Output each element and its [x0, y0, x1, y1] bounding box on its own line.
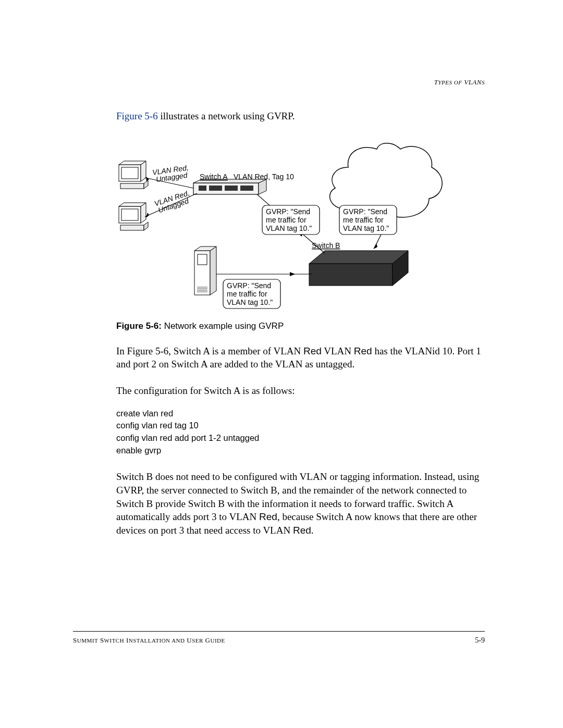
- header-types: TYPES OF: [434, 78, 464, 86]
- svg-rect-5: [309, 264, 393, 286]
- gvrp-box-left: GVRP: "Send me traffic for VLAN tag 10.": [262, 205, 320, 235]
- svg-marker-26: [119, 203, 146, 206]
- header-section: TYPES OF VLANS: [434, 78, 485, 87]
- svg-marker-23: [144, 180, 148, 189]
- footer-left: SUMMIT SWITCH INSTALLATION AND USER GUID…: [73, 636, 225, 645]
- arrowhead: [146, 213, 149, 218]
- svg-text:me traffic for: me traffic for: [266, 216, 307, 224]
- arrowhead: [290, 272, 295, 276]
- svg-rect-9: [209, 186, 222, 191]
- header-vlans: VLANS: [464, 78, 485, 86]
- paragraph-3: Switch B does not need to be configured …: [116, 470, 485, 537]
- svg-marker-29: [144, 222, 148, 230]
- vlan-red-untagged-1: VLAN Red, Untagged: [152, 163, 192, 183]
- figure-caption: Figure 5-6: Network example using GVRP: [116, 321, 450, 331]
- svg-text:VLAN tag 10.": VLAN tag 10.": [227, 298, 273, 306]
- svg-text:GVRP: "Send: GVRP: "Send: [266, 207, 310, 216]
- svg-rect-21: [121, 167, 138, 179]
- caption-rest: Network example using GVRP: [162, 321, 284, 331]
- server-icon: [194, 246, 216, 295]
- svg-rect-22: [120, 183, 144, 189]
- footer-page-number: 5-9: [475, 636, 485, 645]
- vlan-red-tag10-label: VLAN Red, Tag 10: [234, 172, 294, 181]
- intro-paragraph: Figure 5-6 illustrates a network using G…: [116, 109, 485, 123]
- svg-rect-28: [120, 225, 144, 230]
- vlan-red-untagged-2: VLAN Red, Untagged: [153, 188, 195, 214]
- network-diagram-svg: GVRP: "Send me traffic for VLAN tag 10."…: [116, 139, 450, 316]
- svg-marker-20: [119, 161, 146, 165]
- figure-link[interactable]: Figure 5-6: [116, 110, 158, 121]
- paragraph-2: The configuration for Switch A is as fol…: [116, 384, 485, 398]
- code-block: create vlan red config vlan red tag 10 c…: [116, 408, 485, 458]
- monitor-2-icon: [119, 203, 148, 230]
- svg-rect-8: [199, 186, 206, 191]
- caption-bold: Figure 5-6:: [116, 321, 162, 331]
- switch-a-label: Switch A: [200, 172, 228, 181]
- svg-rect-11: [240, 186, 253, 191]
- svg-marker-31: [210, 246, 216, 295]
- intro-rest: illustrates a network using GVRP.: [158, 110, 295, 121]
- gvrp-box-bottom: GVRP: "Send me traffic for VLAN tag 10.": [223, 279, 280, 309]
- switch-b: [309, 251, 408, 286]
- svg-rect-27: [121, 209, 138, 220]
- svg-text:GVRP: "Send: GVRP: "Send: [227, 281, 271, 290]
- paragraph-1: In Figure 5-6, Switch A is a member of V…: [116, 344, 485, 371]
- svg-text:VLAN tag 10.": VLAN tag 10.": [343, 224, 389, 232]
- svg-rect-10: [225, 186, 238, 191]
- svg-rect-33: [198, 254, 207, 265]
- footer-rule: [73, 631, 485, 632]
- switch-a: [193, 179, 266, 194]
- svg-text:GVRP: "Send: GVRP: "Send: [343, 207, 387, 216]
- svg-text:me traffic for: me traffic for: [343, 216, 384, 224]
- arrowhead: [373, 243, 377, 249]
- svg-text:VLAN tag 10.": VLAN tag 10.": [266, 224, 312, 232]
- monitor-1-icon: [119, 161, 148, 189]
- figure-5-6: GVRP: "Send me traffic for VLAN tag 10."…: [116, 139, 450, 331]
- svg-text:me traffic for: me traffic for: [227, 290, 267, 298]
- gvrp-box-right: GVRP: "Send me traffic for VLAN tag 10.": [339, 205, 397, 235]
